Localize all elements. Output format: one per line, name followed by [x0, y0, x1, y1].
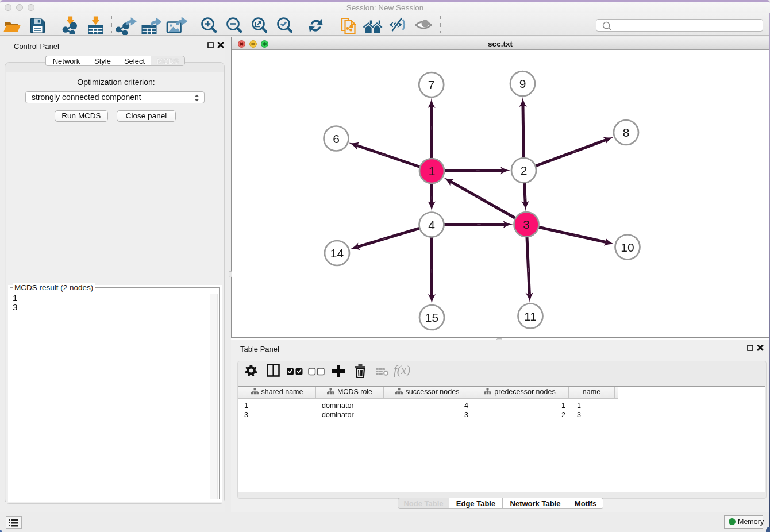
svg-text:7: 7	[428, 78, 435, 91]
svg-text:15: 15	[425, 311, 438, 324]
svg-text:3: 3	[523, 218, 530, 231]
svg-text:1: 1	[429, 164, 436, 178]
svg-text:4: 4	[428, 218, 435, 232]
svg-text:10: 10	[621, 241, 634, 254]
svg-text:11: 11	[524, 310, 537, 323]
svg-text:8: 8	[623, 126, 630, 139]
svg-text:14: 14	[330, 246, 344, 260]
svg-text:2: 2	[521, 164, 528, 177]
svg-text:9: 9	[519, 77, 526, 90]
svg-text:6: 6	[333, 132, 340, 145]
